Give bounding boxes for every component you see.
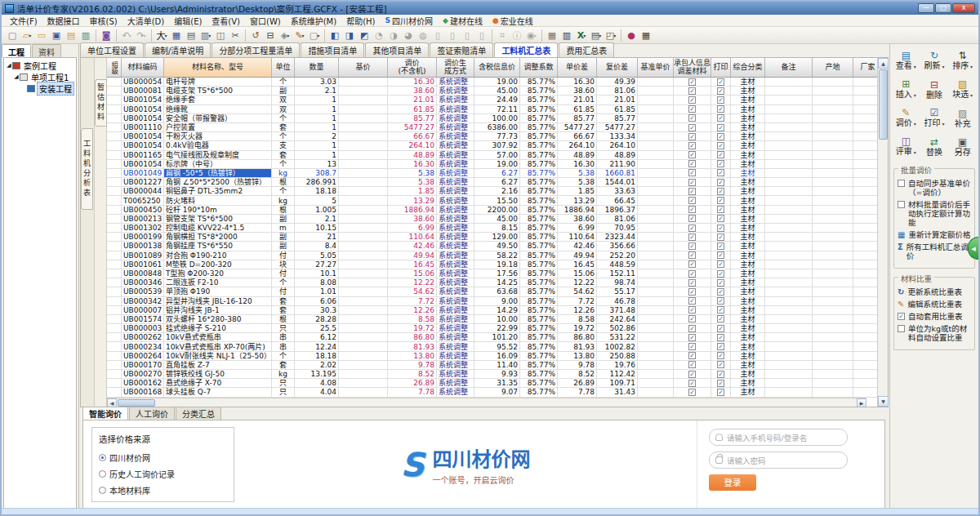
table-row[interactable]: UB000044铜铝鼻子 DTL-35mm2个18.181.85系统调整2.16… xyxy=(107,187,877,196)
cell-col16[interactable] xyxy=(765,333,813,341)
table-row[interactable]: UB000450砼杆 190*10m根1.0051886.94系统调整2200.… xyxy=(107,206,877,215)
替换-button[interactable]: ⇄替换 xyxy=(920,133,949,160)
cell-col13[interactable]: ✓ xyxy=(674,87,711,95)
cell-col4[interactable]: 30.3 xyxy=(295,306,339,314)
cell-col15[interactable]: 主材 xyxy=(731,151,765,159)
cell-col18[interactable] xyxy=(853,132,877,140)
cell-col9[interactable]: 85.77% xyxy=(520,178,558,186)
cell-col18[interactable] xyxy=(853,342,877,350)
cell-col9[interactable]: 85.77% xyxy=(520,123,558,131)
cell-col11[interactable]: 48.89 xyxy=(597,151,638,159)
cell-col7[interactable]: 系统调整 xyxy=(437,151,474,159)
cell-col7[interactable]: 系统调整 xyxy=(437,141,474,149)
cell-col10[interactable]: 1.85 xyxy=(558,187,597,195)
cell-col11[interactable]: 98.74 xyxy=(597,278,638,287)
cell-col5[interactable] xyxy=(339,370,388,378)
cell-col8[interactable]: 15.50 xyxy=(474,196,520,204)
cell-col11[interactable]: 1544.01 xyxy=(597,178,638,186)
cell-col5[interactable] xyxy=(339,260,388,269)
cell-col7[interactable]: 系统调整 xyxy=(437,342,474,350)
maximize-button[interactable]: □ xyxy=(935,3,951,13)
form-view-icon[interactable]: ▦ xyxy=(545,29,559,42)
cell-col5[interactable] xyxy=(339,278,388,287)
checkbox-print[interactable]: ✓ xyxy=(717,371,724,378)
cell-col2[interactable]: 电气接线图及规章制度 xyxy=(164,151,272,159)
cell-col6[interactable]: 8.52 xyxy=(388,370,437,378)
cell-col1[interactable]: UB001054 xyxy=(122,105,164,113)
cell-col14[interactable]: ✓ xyxy=(711,215,731,223)
cell-col14[interactable]: ✓ xyxy=(711,278,731,287)
cell-col18[interactable] xyxy=(853,388,877,396)
cell-col7[interactable]: 系统调整 xyxy=(437,269,474,278)
cell-col16[interactable] xyxy=(765,388,813,396)
cell-col13[interactable]: ✓ xyxy=(674,306,711,314)
cell-col17[interactable] xyxy=(813,132,853,140)
table-row[interactable]: UB000213钢管支架 TS*6*500副2.138.60系统调整45.008… xyxy=(107,215,877,224)
cell-col15[interactable]: 主材 xyxy=(731,114,765,122)
menu-item-10[interactable]: S四川材价网 xyxy=(380,15,437,27)
评审-button[interactable]: ◫评审 ▾ xyxy=(892,133,920,160)
cell-col3[interactable]: 只 xyxy=(272,388,295,396)
table-row[interactable]: UB001165电气接线图及规章制度套148.89系统调整57.0085.77%… xyxy=(107,151,877,160)
checkbox-print[interactable]: ✓ xyxy=(717,279,724,287)
cell-col14[interactable]: ✓ xyxy=(711,151,731,159)
cell-col15[interactable]: 主材 xyxy=(731,379,765,387)
checkbox-contractor-adjust[interactable]: ✓ xyxy=(688,114,696,122)
checkbox-print[interactable]: ✓ xyxy=(717,179,724,186)
cell-col12[interactable] xyxy=(638,388,674,396)
cell-col9[interactable]: 85.77% xyxy=(520,269,558,278)
cell-col10[interactable]: 5.38 xyxy=(558,169,597,177)
cell-col1[interactable]: UB000848 xyxy=(122,269,164,278)
cell-col10[interactable]: 38.60 xyxy=(558,215,597,223)
cell-col12[interactable] xyxy=(638,141,674,149)
cell-col7[interactable]: 系统调整 xyxy=(437,370,474,378)
checkbox-contractor-adjust[interactable]: ✓ xyxy=(688,206,696,213)
option-编辑系统比重[interactable]: ✎编辑系统比重表 xyxy=(898,300,971,309)
cell-col4[interactable]: 18.18 xyxy=(295,352,339,360)
cell-col16[interactable] xyxy=(765,151,813,159)
vertical-scrollbar[interactable]: ▲ ▼ xyxy=(877,58,888,407)
cell-col15[interactable]: 主材 xyxy=(731,278,765,287)
cell-col6[interactable]: 66.67 xyxy=(388,132,437,140)
cell-col3[interactable]: 双 xyxy=(272,96,295,104)
cell-col18[interactable] xyxy=(853,297,877,305)
cell-col5[interactable] xyxy=(339,114,388,122)
checkbox-contractor-adjust[interactable]: ✓ xyxy=(688,325,696,332)
cell-col13[interactable]: ✓ xyxy=(674,105,711,113)
cell-col14[interactable]: ✓ xyxy=(711,352,731,360)
cell-col7[interactable]: 系统调整 xyxy=(437,196,474,204)
cell-col3[interactable]: 副 xyxy=(272,87,295,95)
cell-col14[interactable]: ✓ xyxy=(711,370,731,378)
row-indicator-cell[interactable] xyxy=(107,169,122,177)
cell-col1[interactable]: UB000346 xyxy=(122,278,164,287)
cell-col8[interactable]: 6.27 xyxy=(474,169,520,177)
cell-col3[interactable]: 串 xyxy=(272,342,295,350)
cell-col6[interactable]: 38.60 xyxy=(388,215,437,223)
cell-col5[interactable] xyxy=(339,352,388,360)
cell-col3[interactable]: m xyxy=(272,224,295,232)
cell-col4[interactable]: 2.02 xyxy=(295,361,339,369)
cell-col17[interactable] xyxy=(813,260,853,269)
layout-2-icon[interactable]: ◨ xyxy=(342,29,357,42)
cell-col4[interactable]: 18.18 xyxy=(295,187,339,195)
cell-col1[interactable]: UB000199 xyxy=(122,233,164,241)
cell-col12[interactable] xyxy=(638,132,674,140)
cell-col6[interactable]: 13.80 xyxy=(388,352,437,360)
cell-col5[interactable] xyxy=(339,242,388,250)
cell-col14[interactable]: ✓ xyxy=(711,105,731,113)
cell-col8[interactable]: 19.00 xyxy=(474,160,520,168)
cell-col11[interactable]: 502.86 xyxy=(597,324,638,332)
cell-col5[interactable] xyxy=(339,196,388,204)
cell-col15[interactable]: 主材 xyxy=(731,260,765,269)
cell-col6[interactable]: 7.72 xyxy=(388,297,437,305)
checkbox-contractor-adjust[interactable]: ✓ xyxy=(688,279,696,287)
save-icon[interactable]: ▣ xyxy=(49,29,64,42)
cell-col2[interactable]: 角钢 ∠50*5*2500（热镀锌） xyxy=(164,178,272,186)
checkbox-contractor-adjust[interactable]: ✓ xyxy=(688,251,696,259)
cell-col13[interactable]: ✓ xyxy=(674,196,711,204)
cell-col10[interactable]: 13.80 xyxy=(558,352,597,360)
cell-col2[interactable]: 双头螺杆 16*280-380 xyxy=(164,315,272,323)
cell-col4[interactable]: 28.28 xyxy=(295,315,339,323)
打印-button[interactable]: ☑打印 ▾ xyxy=(920,105,949,131)
cell-col13[interactable]: ✓ xyxy=(674,352,711,360)
